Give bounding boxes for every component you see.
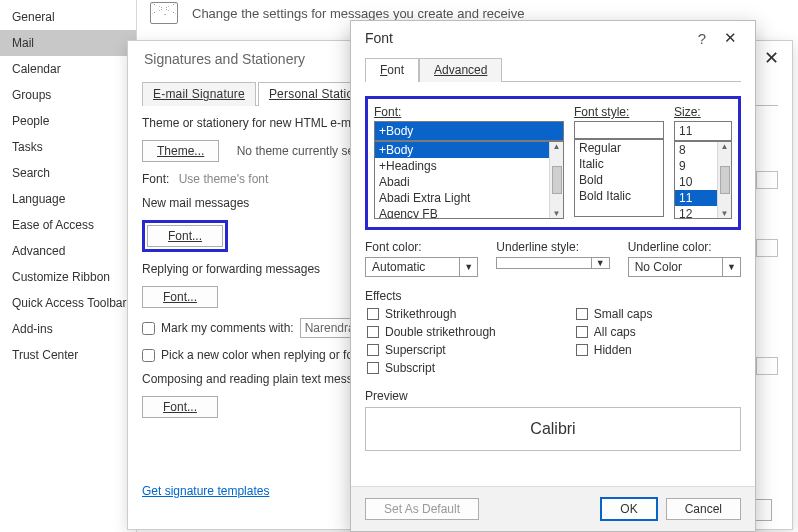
font-listbox[interactable]: +Body +Headings Abadi Abadi Extra Light … xyxy=(374,141,564,219)
font-name-input[interactable]: +Body xyxy=(374,121,564,141)
double-strikethrough-checkbox[interactable] xyxy=(367,326,379,338)
list-item[interactable]: Italic xyxy=(575,156,663,172)
scrollbar[interactable]: ▲▼ xyxy=(549,142,563,218)
nav-advanced[interactable]: Advanced xyxy=(0,238,136,264)
font-style-input[interactable] xyxy=(574,121,664,139)
get-signature-templates-link[interactable]: Get signature templates xyxy=(142,484,269,498)
list-item[interactable]: +Body xyxy=(375,142,549,158)
pick-color-checkbox[interactable] xyxy=(142,349,155,362)
font-style-label: Font style: xyxy=(574,105,664,119)
font-color-combo[interactable]: Automatic ▼ xyxy=(365,257,478,277)
page-subtitle: Change the settings for messages you cre… xyxy=(192,6,524,21)
all-caps-label: All caps xyxy=(594,325,636,339)
font-button-reply[interactable]: Font... xyxy=(142,286,218,308)
signatures-dialog-title-text: Signatures and Stationery xyxy=(144,51,305,67)
font-selection-highlight: Font: +Body +Body +Headings Abadi Abadi … xyxy=(365,96,741,230)
font-button-highlight: Font... xyxy=(142,220,228,252)
close-icon[interactable]: ✕ xyxy=(715,29,745,47)
underline-color-label: Underline color: xyxy=(628,240,741,254)
list-item[interactable]: Agency FB xyxy=(375,206,549,219)
preview-text: Calibri xyxy=(530,420,575,438)
decorative-edge xyxy=(756,239,778,257)
nav-mail[interactable]: Mail xyxy=(0,30,136,56)
nav-tasks[interactable]: Tasks xyxy=(0,134,136,160)
chevron-down-icon[interactable]: ▼ xyxy=(722,258,740,276)
decorative-edge xyxy=(756,171,778,189)
chevron-down-icon[interactable]: ▼ xyxy=(591,258,609,268)
font-dialog-title: Font xyxy=(365,30,393,46)
font-button-plain[interactable]: Font... xyxy=(142,396,218,418)
nav-add-ins[interactable]: Add-ins xyxy=(0,316,136,342)
hidden-label: Hidden xyxy=(594,343,632,357)
underline-style-label: Underline style: xyxy=(496,240,609,254)
cancel-button[interactable]: Cancel xyxy=(666,498,741,520)
underline-style-combo[interactable]: ▼ xyxy=(496,257,609,269)
set-as-default-button[interactable]: Set As Default xyxy=(365,498,479,520)
ok-button[interactable]: OK xyxy=(600,497,657,521)
list-item[interactable]: Regular xyxy=(575,140,663,156)
underline-style-value xyxy=(497,258,590,268)
font-row-value: Use theme's font xyxy=(179,172,269,186)
nav-calendar[interactable]: Calendar xyxy=(0,56,136,82)
list-item[interactable]: 10 xyxy=(675,174,717,190)
underline-color-combo[interactable]: No Color ▼ xyxy=(628,257,741,277)
list-item[interactable]: Bold Italic xyxy=(575,188,663,204)
mark-comments-label: Mark my comments with: xyxy=(161,321,294,335)
nav-search[interactable]: Search xyxy=(0,160,136,186)
font-color-label: Font color: xyxy=(365,240,478,254)
font-size-listbox[interactable]: 8 9 10 11 12 ▲▼ xyxy=(674,141,732,219)
double-strikethrough-label: Double strikethrough xyxy=(385,325,496,339)
nav-general[interactable]: General xyxy=(0,4,136,30)
mark-comments-checkbox[interactable] xyxy=(142,322,155,335)
effects-label: Effects xyxy=(365,289,741,303)
chevron-down-icon[interactable]: ▼ xyxy=(459,258,477,276)
font-row-label: Font: xyxy=(142,172,169,186)
font-size-input[interactable]: 11 xyxy=(674,121,732,141)
font-style-listbox[interactable]: Regular Italic Bold Bold Italic xyxy=(574,139,664,217)
theme-button[interactable]: Theme... xyxy=(142,140,219,162)
font-dialog: Font ? ✕ Font Advanced Font: +Body +Body… xyxy=(350,20,756,532)
strikethrough-checkbox[interactable] xyxy=(367,308,379,320)
subscript-label: Subscript xyxy=(385,361,435,375)
all-caps-checkbox[interactable] xyxy=(576,326,588,338)
nav-ease-of-access[interactable]: Ease of Access xyxy=(0,212,136,238)
nav-language[interactable]: Language xyxy=(0,186,136,212)
list-item[interactable]: Bold xyxy=(575,172,663,188)
superscript-label: Superscript xyxy=(385,343,446,357)
font-size-label: Size: xyxy=(674,105,732,119)
superscript-checkbox[interactable] xyxy=(367,344,379,356)
options-nav: General Mail Calendar Groups People Task… xyxy=(0,0,137,532)
nav-trust-center[interactable]: Trust Center xyxy=(0,342,136,368)
strikethrough-label: Strikethrough xyxy=(385,307,456,321)
preview-box: Calibri xyxy=(365,407,741,451)
close-icon[interactable]: ✕ xyxy=(750,41,792,75)
small-caps-checkbox[interactable] xyxy=(576,308,588,320)
help-icon[interactable]: ? xyxy=(689,30,715,47)
decorative-edge xyxy=(756,357,778,375)
font-color-value: Automatic xyxy=(366,258,459,276)
list-item[interactable]: 9 xyxy=(675,158,717,174)
preview-label: Preview xyxy=(365,389,741,403)
nav-quick-access-toolbar[interactable]: Quick Access Toolbar xyxy=(0,290,136,316)
envelope-icon xyxy=(150,2,178,24)
small-caps-label: Small caps xyxy=(594,307,653,321)
scrollbar[interactable]: ▲▼ xyxy=(717,142,731,218)
font-button-new-mail[interactable]: Font... xyxy=(147,225,223,247)
tab-email-signature[interactable]: E-mail Signature xyxy=(142,82,256,106)
list-item[interactable]: 12 xyxy=(675,206,717,219)
tab-advanced[interactable]: Advanced xyxy=(419,58,502,82)
subscript-checkbox[interactable] xyxy=(367,362,379,374)
list-item[interactable]: +Headings xyxy=(375,158,549,174)
nav-customize-ribbon[interactable]: Customize Ribbon xyxy=(0,264,136,290)
list-item[interactable]: Abadi Extra Light xyxy=(375,190,549,206)
list-item[interactable]: 11 xyxy=(675,190,717,206)
list-item[interactable]: 8 xyxy=(675,142,717,158)
nav-people[interactable]: People xyxy=(0,108,136,134)
hidden-checkbox[interactable] xyxy=(576,344,588,356)
tab-font[interactable]: Font xyxy=(365,58,419,82)
nav-groups[interactable]: Groups xyxy=(0,82,136,108)
underline-color-value: No Color xyxy=(629,258,722,276)
font-label: Font: xyxy=(374,105,564,119)
list-item[interactable]: Abadi xyxy=(375,174,549,190)
